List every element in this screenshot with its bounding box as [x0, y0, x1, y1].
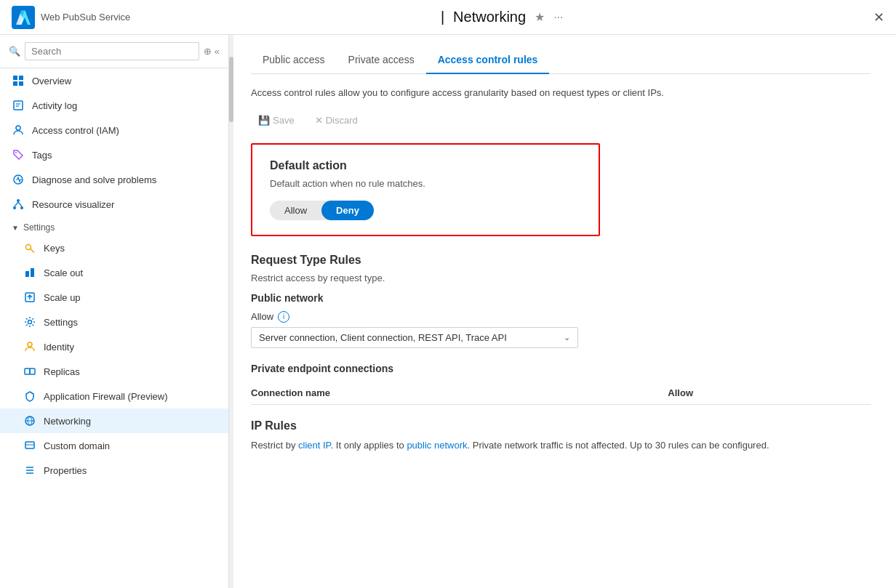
- allow-row: Allow i: [251, 311, 871, 323]
- dropdown-arrow-icon: ⌄: [564, 333, 570, 342]
- svg-rect-20: [25, 271, 29, 277]
- sidebar-item-activity-log[interactable]: Activity log: [0, 93, 228, 118]
- close-icon[interactable]: ✕: [873, 9, 884, 25]
- allow-button[interactable]: Allow: [270, 201, 321, 220]
- discard-label: Discard: [326, 115, 358, 126]
- info-icon[interactable]: i: [278, 311, 289, 323]
- svg-point-3: [20, 10, 26, 16]
- scrollbar-thumb[interactable]: [229, 57, 233, 122]
- sidebar-label-settings: Settings: [44, 317, 78, 328]
- page-description: Access control rules allow you to config…: [251, 86, 871, 100]
- deny-button[interactable]: Deny: [321, 201, 374, 220]
- iam-icon: [12, 124, 25, 137]
- settings-section[interactable]: ▼ Settings: [0, 217, 228, 235]
- svg-point-11: [16, 126, 20, 130]
- search-icon: 🔍: [9, 46, 20, 57]
- domain-icon: [23, 439, 36, 452]
- sidebar-label-keys: Keys: [44, 243, 65, 254]
- svg-rect-21: [31, 268, 34, 277]
- table-header: Connection name Allow: [251, 382, 871, 405]
- discard-icon: ✕: [315, 115, 323, 126]
- sidebar-label-access-control: Access control (IAM): [32, 125, 119, 136]
- search-action-icons: ⊕ «: [204, 46, 220, 57]
- sidebar-item-keys[interactable]: Keys: [0, 235, 228, 260]
- client-ip-link[interactable]: client IP: [298, 440, 331, 451]
- tags-icon: [12, 148, 25, 161]
- sidebar-item-tags[interactable]: Tags: [0, 142, 228, 167]
- content-inner: Public access Private access Access cont…: [233, 35, 888, 464]
- sidebar-item-replicas[interactable]: Replicas: [0, 359, 228, 384]
- diagnose-icon: [12, 173, 25, 186]
- tab-private-access[interactable]: Private access: [337, 47, 426, 74]
- sidebar-label-app-firewall: Application Firewall (Preview): [44, 391, 168, 402]
- sidebar-label-activity-log: Activity log: [32, 100, 77, 111]
- scaleout-icon: [23, 266, 36, 279]
- sidebar-item-networking[interactable]: Networking: [0, 408, 228, 433]
- svg-point-14: [17, 199, 20, 202]
- networking-icon: [23, 414, 36, 427]
- sidebar-label-identity: Identity: [44, 342, 74, 353]
- sidebar-label-overview: Overview: [32, 76, 71, 86]
- sidebar-item-properties[interactable]: Properties: [0, 458, 228, 483]
- svg-point-19: [26, 245, 31, 250]
- svg-rect-5: [19, 76, 23, 80]
- expand-icon[interactable]: ⊕: [204, 46, 212, 57]
- save-label: Save: [273, 115, 295, 126]
- sidebar-item-resource-visualizer[interactable]: Resource visualizer: [0, 192, 228, 217]
- toolbar: 💾 Save ✕ Discard: [251, 112, 871, 129]
- scrollbar-track[interactable]: [229, 35, 233, 588]
- overview-icon: [12, 74, 25, 87]
- sidebar-item-scale-up[interactable]: Scale up: [0, 285, 228, 310]
- tab-bar: Public access Private access Access cont…: [251, 47, 871, 74]
- sidebar-label-diagnose: Diagnose and solve problems: [32, 174, 156, 185]
- content-area: Public access Private access Access cont…: [233, 35, 896, 588]
- properties-icon: [23, 464, 36, 477]
- sidebar-item-overview[interactable]: Overview: [0, 68, 228, 93]
- sidebar: 🔍 ⊕ « Overview Activity log: [0, 35, 229, 588]
- svg-rect-26: [30, 368, 35, 374]
- discard-button[interactable]: ✕ Discard: [308, 112, 365, 129]
- svg-point-12: [15, 152, 17, 153]
- tab-public-access[interactable]: Public access: [251, 47, 337, 74]
- sidebar-item-access-control[interactable]: Access control (IAM): [0, 118, 228, 142]
- svg-rect-8: [14, 101, 23, 110]
- ip-rules-title: IP Rules: [251, 419, 871, 432]
- activity-icon: [12, 99, 25, 112]
- top-bar-actions: ✕: [873, 9, 884, 25]
- allow-deny-toggle: Allow Deny: [270, 201, 374, 220]
- svg-line-17: [15, 202, 18, 206]
- sidebar-label-tags: Tags: [32, 150, 52, 161]
- sidebar-item-custom-domain[interactable]: Custom domain: [0, 433, 228, 458]
- sidebar-nav: Overview Activity log Access control (IA…: [0, 68, 228, 588]
- sidebar-item-identity[interactable]: Identity: [0, 334, 228, 359]
- private-endpoint-table: Connection name Allow: [251, 382, 871, 405]
- sidebar-item-settings[interactable]: Settings: [0, 310, 228, 334]
- svg-point-23: [28, 321, 32, 324]
- tab-access-control-rules[interactable]: Access control rules: [426, 47, 550, 74]
- sidebar-label-properties: Properties: [44, 465, 87, 476]
- default-action-box: Default action Default action when no ru…: [251, 143, 600, 236]
- save-button[interactable]: 💾 Save: [251, 112, 302, 129]
- svg-point-15: [13, 206, 16, 209]
- svg-line-18: [18, 202, 22, 206]
- ellipsis-icon[interactable]: ···: [553, 11, 563, 24]
- settings-section-label: Settings: [23, 222, 55, 233]
- sidebar-item-diagnose[interactable]: Diagnose and solve problems: [0, 167, 228, 192]
- public-network-link[interactable]: public network: [407, 440, 467, 451]
- search-container: 🔍 ⊕ «: [0, 35, 228, 68]
- settings-icon: [23, 315, 36, 329]
- sidebar-item-app-firewall[interactable]: Application Firewall (Preview): [0, 384, 228, 408]
- sidebar-label-networking: Networking: [44, 416, 91, 427]
- collapse-icon[interactable]: «: [215, 46, 220, 57]
- top-bar-separator: |: [441, 9, 444, 25]
- settings-chevron: ▼: [12, 224, 19, 232]
- request-type-rules-title: Request Type Rules: [251, 254, 871, 267]
- star-icon[interactable]: ★: [535, 10, 545, 24]
- svg-rect-25: [25, 368, 30, 374]
- search-input[interactable]: [25, 42, 199, 60]
- default-action-desc: Default action when no rule matches.: [270, 178, 581, 189]
- public-network-title: Public network: [251, 292, 871, 304]
- col-allow: Allow: [668, 387, 871, 398]
- connection-type-dropdown[interactable]: Server connection, Client connection, RE…: [251, 327, 578, 348]
- sidebar-item-scale-out[interactable]: Scale out: [0, 260, 228, 285]
